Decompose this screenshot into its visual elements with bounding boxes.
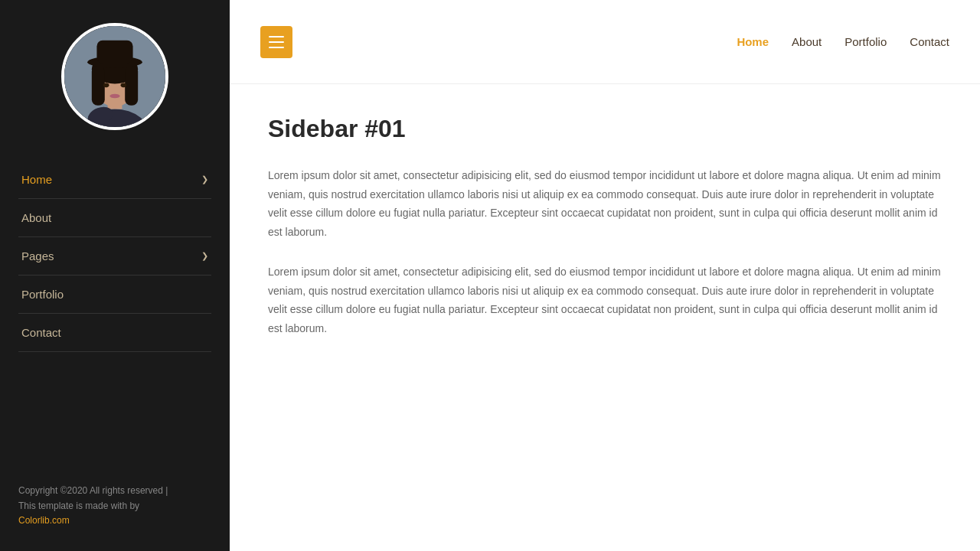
svg-point-9	[103, 83, 109, 87]
chevron-down-icon: ❯	[201, 251, 208, 261]
sidebar-navigation: Home❯AboutPages❯PortfolioContact	[0, 161, 230, 352]
top-navbar: HomeAboutPortfolioContact	[230, 0, 980, 84]
sidebar-item-label-home: Home	[21, 173, 52, 186]
sidebar-item-label-pages: Pages	[21, 249, 54, 262]
page-body: Sidebar #01 Lorem ipsum dolor sit amet, …	[230, 84, 980, 551]
hamburger-line-1	[269, 36, 284, 37]
avatar	[61, 23, 168, 130]
page-title: Sidebar #01	[268, 115, 942, 143]
main-content: HomeAboutPortfolioContact Sidebar #01 Lo…	[230, 0, 980, 551]
svg-point-10	[121, 83, 127, 87]
avatar-image	[64, 26, 165, 127]
page-paragraph-1: Lorem ipsum dolor sit amet, consectetur …	[268, 166, 942, 241]
hamburger-line-3	[269, 47, 284, 48]
colorlib-link[interactable]: Colorlib.com	[18, 515, 70, 526]
topnav-links: HomeAboutPortfolioContact	[737, 35, 949, 48]
page-paragraph-2: Lorem ipsum dolor sit amet, consectetur …	[268, 262, 942, 337]
svg-rect-8	[96, 41, 132, 64]
chevron-down-icon: ❯	[201, 174, 208, 184]
topnav-link-portfolio[interactable]: Portfolio	[844, 35, 887, 48]
copyright-text: Copyright ©2020 All rights reserved | Th…	[18, 484, 211, 528]
sidebar-footer: Copyright ©2020 All rights reserved | Th…	[0, 468, 230, 551]
topnav-link-contact[interactable]: Contact	[910, 35, 949, 48]
sidebar-item-home[interactable]: Home❯	[18, 161, 211, 199]
sidebar-item-label-contact: Contact	[21, 326, 61, 339]
sidebar-item-label-about: About	[21, 211, 51, 224]
svg-rect-6	[125, 66, 138, 106]
sidebar: Home❯AboutPages❯PortfolioContact Copyrig…	[0, 0, 230, 551]
menu-toggle-button[interactable]	[260, 26, 292, 58]
svg-point-11	[109, 94, 119, 99]
sidebar-item-contact[interactable]: Contact	[18, 314, 211, 352]
sidebar-item-about[interactable]: About	[18, 199, 211, 237]
sidebar-item-pages[interactable]: Pages❯	[18, 237, 211, 276]
hamburger-line-2	[269, 41, 284, 43]
topnav-link-about[interactable]: About	[792, 35, 822, 48]
sidebar-item-portfolio[interactable]: Portfolio	[18, 276, 211, 314]
sidebar-item-label-portfolio: Portfolio	[21, 288, 64, 301]
topnav-link-home[interactable]: Home	[737, 35, 769, 48]
svg-rect-5	[92, 66, 105, 106]
